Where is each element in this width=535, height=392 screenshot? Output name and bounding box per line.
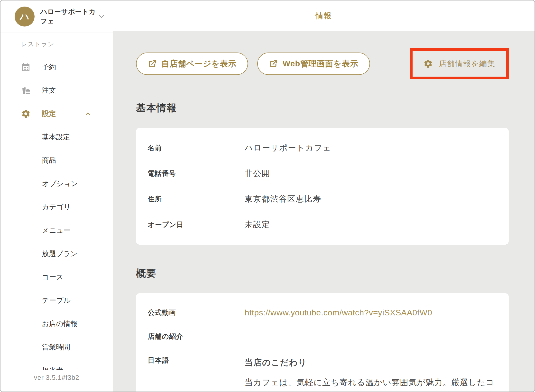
edit-store-info-button[interactable]: 店舗情報を編集: [423, 59, 495, 69]
app-window: ハ ハローサポートカフェ レストラン 予約: [0, 0, 535, 392]
calendar-icon: [21, 62, 31, 72]
sidebar-item-label: 注文: [42, 86, 56, 95]
basic-info-heading: 基本情報: [136, 101, 509, 115]
sidebar-item-courses[interactable]: コース: [0, 266, 113, 289]
row-value: 未設定: [245, 219, 270, 230]
avatar: ハ: [15, 7, 35, 27]
store-intro-title: 当店のこだわり: [245, 356, 497, 369]
official-video-link[interactable]: https://www.youtube.com/watch?v=yiSXSAA0…: [245, 308, 432, 317]
store-intro-body: 当カフェは、気軽に立ち寄れる温かい雰囲気が魅力。厳選したコーヒー豆や新鮮な食材を…: [245, 376, 497, 392]
row-value: 東京都渋谷区恵比寿: [245, 194, 321, 205]
overview-heading: 概要: [136, 267, 509, 280]
sidebar-section-label: レストラン: [21, 40, 113, 48]
gear-icon: [423, 59, 433, 69]
page-header: 情報: [113, 0, 535, 31]
page-content: 自店舗ページを表示 Web管理画面を表示 店: [113, 31, 535, 392]
row-value: ハローサポートカフェ: [245, 143, 331, 153]
chevron-down-icon: [97, 12, 106, 21]
edit-store-info-highlight: 店舗情報を編集: [410, 48, 509, 79]
row-label: 住所: [148, 195, 245, 204]
sidebar-item-tables[interactable]: テーブル: [0, 289, 113, 312]
row-label: 公式動画: [148, 308, 245, 317]
info-row-address: 住所 東京都渋谷区恵比寿: [136, 186, 509, 212]
sidebar: ハ ハローサポートカフェ レストラン 予約: [0, 0, 113, 392]
app-version: ver 3.5.1#f3b2: [34, 374, 79, 381]
view-store-page-button[interactable]: 自店舗ページを表示: [136, 53, 248, 75]
account-name: ハローサポートカフェ: [40, 7, 97, 26]
toolbar: 自店舗ページを表示 Web管理画面を表示 店: [136, 48, 509, 79]
sidebar-item-categories[interactable]: カテゴリ: [0, 196, 113, 219]
sidebar-item-label: 予約: [42, 62, 56, 72]
sidebar-item-all-you-can-plans[interactable]: 放題プラン: [0, 242, 113, 266]
sidebar-item-orders[interactable]: 注文: [0, 79, 113, 102]
sidebar-item-business-hours[interactable]: 営業時間: [0, 336, 113, 359]
sidebar-nav: 予約 注文 設定: [0, 55, 113, 382]
sidebar-item-products[interactable]: 商品: [0, 149, 113, 172]
info-row-phone: 電話番号 非公開: [136, 161, 509, 186]
info-row-open-date: オープン日 未設定: [136, 212, 509, 237]
info-row-name: 名前 ハローサポートカフェ: [136, 135, 509, 161]
sidebar-item-options[interactable]: オプション: [0, 172, 113, 196]
row-label: オープン日: [148, 220, 245, 229]
chevron-up-icon: [84, 110, 92, 117]
row-label: 電話番号: [148, 169, 245, 178]
sidebar-footer: ver 3.5.1#f3b2: [0, 370, 113, 392]
main-area: 情報 自店舗ページを表示 Web管理画面を表示: [113, 0, 535, 392]
basic-info-card: 名前 ハローサポートカフェ 電話番号 非公開 住所 東京都渋谷区恵比寿 オープン…: [136, 128, 509, 245]
sidebar-item-basic-settings[interactable]: 基本設定: [0, 125, 113, 149]
sidebar-item-reservations[interactable]: 予約: [0, 55, 113, 79]
external-link-icon: [269, 59, 278, 68]
row-label: 店舗の紹介: [148, 332, 245, 341]
sidebar-item-menus[interactable]: メニュー: [0, 219, 113, 242]
row-value: 非公開: [245, 168, 270, 179]
fastfood-icon: [21, 86, 31, 95]
overview-row-japanese: 日本語 当店のこだわり 当カフェは、気軽に立ち寄れる温かい雰囲気が魅力。厳選した…: [136, 348, 509, 392]
gear-icon: [21, 109, 31, 119]
overview-row-store-intro: 店舗の紹介: [136, 325, 509, 348]
overview-row-video: 公式動画 https://www.youtube.com/watch?v=yiS…: [136, 301, 509, 325]
overview-card: 公式動画 https://www.youtube.com/watch?v=yiS…: [136, 293, 509, 392]
row-label: 日本語: [148, 356, 245, 365]
sidebar-item-label: 設定: [42, 109, 56, 119]
account-switcher[interactable]: ハ ハローサポートカフェ: [0, 0, 113, 33]
page-title: 情報: [316, 11, 332, 21]
edit-store-info-label: 店舗情報を編集: [439, 59, 495, 69]
store-intro-text: 当店のこだわり 当カフェは、気軽に立ち寄れる温かい雰囲気が魅力。厳選したコーヒー…: [245, 356, 497, 392]
sidebar-item-settings[interactable]: 設定: [0, 102, 113, 125]
sidebar-item-store-info[interactable]: お店の情報: [0, 312, 113, 336]
row-label: 名前: [148, 143, 245, 153]
external-link-icon: [148, 59, 157, 68]
view-web-admin-button[interactable]: Web管理画面を表示: [257, 53, 370, 75]
